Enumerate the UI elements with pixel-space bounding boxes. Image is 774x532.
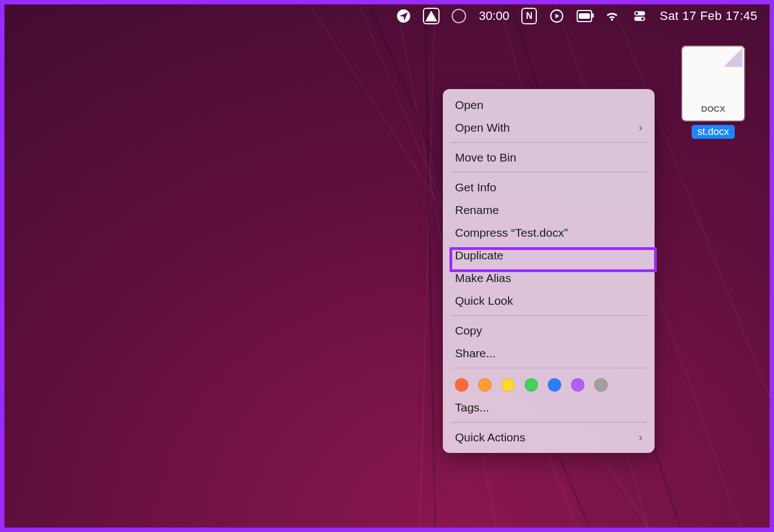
menu-item-move-to-bin[interactable]: Move to Bin [443, 146, 655, 169]
menu-item-label: Make Alias [455, 272, 511, 285]
record-status-icon[interactable] [451, 8, 467, 24]
triangle-app-icon[interactable] [423, 8, 439, 24]
menu-item-label: Move to Bin [455, 151, 516, 164]
finder-tag-color[interactable] [525, 378, 538, 392]
menu-separator [451, 422, 647, 423]
menu-item-quick-look[interactable]: Quick Look [443, 289, 655, 312]
menu-item-label: Duplicate [455, 249, 504, 262]
menu-item-label: Compress “Test.docx” [455, 226, 568, 239]
finder-tag-color[interactable] [478, 378, 491, 392]
battery-icon[interactable] [577, 8, 592, 24]
menu-item-label: Rename [455, 204, 499, 217]
menu-item-copy[interactable]: Copy [443, 319, 655, 342]
menu-separator [451, 142, 647, 143]
menu-item-quick-actions[interactable]: Quick Actions› [443, 426, 655, 448]
menu-separator [451, 172, 647, 173]
play-media-icon[interactable] [549, 8, 564, 24]
menu-item-open[interactable]: Open [443, 93, 655, 116]
finder-tag-color[interactable] [594, 378, 608, 392]
location-icon[interactable] [396, 8, 411, 24]
notion-app-icon[interactable]: N [521, 8, 537, 24]
menu-item-make-alias[interactable]: Make Alias [443, 267, 655, 289]
wifi-icon[interactable] [604, 8, 620, 24]
menu-item-duplicate[interactable]: Duplicate [443, 244, 655, 267]
menu-item-label: Open With [455, 121, 510, 134]
countdown-timer[interactable]: 30:00 [479, 9, 509, 23]
svg-point-3 [635, 12, 638, 15]
menu-item-share[interactable]: Share... [443, 342, 655, 364]
finder-tags-row [443, 372, 655, 396]
menu-item-tags[interactable]: Tags... [443, 396, 655, 419]
menu-item-label: Get Info [455, 181, 496, 194]
menu-item-label: Copy [455, 324, 482, 337]
finder-tag-color[interactable] [455, 378, 468, 392]
menu-separator [451, 315, 647, 316]
menu-item-open-with[interactable]: Open With› [443, 116, 655, 139]
menu-item-label: Share... [455, 347, 496, 360]
chevron-right-icon: › [639, 431, 642, 444]
menu-separator [451, 368, 647, 368]
menu-item-label: Tags... [455, 401, 489, 414]
menu-item-compress[interactable]: Compress “Test.docx” [443, 221, 655, 244]
desktop-file-item[interactable]: DOCX st.docx [674, 46, 752, 139]
screenshot-frame: 30:00 N Sat 17 Feb 17:45 DOCX st.docx Op… [0, 0, 774, 532]
file-extension-badge: DOCX [684, 104, 742, 113]
menu-item-label: Quick Actions [455, 431, 525, 444]
menu-item-get-info[interactable]: Get Info [443, 176, 655, 199]
menu-item-label: Quick Look [455, 294, 513, 307]
svg-point-5 [641, 17, 644, 20]
finder-tag-color[interactable] [548, 378, 561, 392]
control-center-icon[interactable] [632, 8, 647, 24]
system-clock[interactable]: Sat 17 Feb 17:45 [660, 9, 757, 23]
desktop-wallpaper[interactable] [4, 4, 770, 528]
finder-tag-color[interactable] [571, 378, 584, 392]
menu-item-rename[interactable]: Rename [443, 199, 655, 221]
system-menu-bar: 30:00 N Sat 17 Feb 17:45 [4, 4, 770, 28]
chevron-right-icon: › [639, 121, 642, 134]
file-context-menu: Open Open With› Move to Bin Get Info Ren… [443, 89, 655, 453]
file-thumbnail: DOCX [682, 46, 744, 121]
menu-item-label: Open [455, 98, 483, 112]
file-name-label: st.docx [692, 125, 734, 139]
finder-tag-color[interactable] [501, 378, 515, 392]
